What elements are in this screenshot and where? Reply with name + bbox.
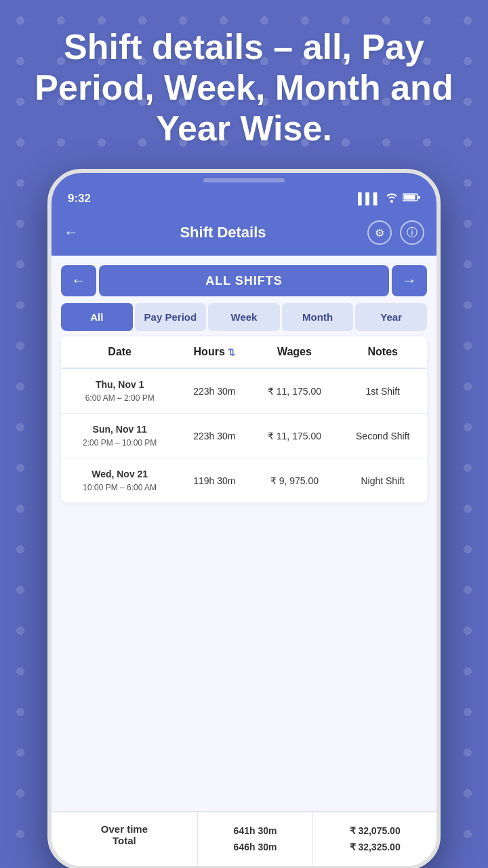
filter-tab-month[interactable]: Month	[282, 303, 354, 331]
shifts-table: Date Hours ⇅ Wages Notes Thu, Nov 1 6:00…	[61, 336, 427, 502]
nav-row: ← ALL SHIFTS →	[61, 265, 427, 296]
phone-content: ← ALL SHIFTS → All Pay Period Week Month…	[52, 256, 436, 866]
sort-icon: ⇅	[228, 347, 235, 357]
signal-icon: ▌▌▌	[358, 193, 381, 205]
cell-wages-2: ₹ 9, 975.00	[250, 458, 338, 503]
col-notes: Notes	[338, 336, 427, 368]
col-date: Date	[61, 336, 178, 368]
status-time: 9:32	[68, 192, 91, 205]
table-row: Wed, Nov 21 10:00 PM – 6:00 AM 119h 30m …	[61, 458, 427, 503]
cell-date-2: Wed, Nov 21 10:00 PM – 6:00 AM	[61, 458, 178, 503]
col-wages: Wages	[250, 336, 338, 368]
filter-tab-all[interactable]: All	[61, 303, 133, 331]
table-row: Thu, Nov 1 6:00 AM – 2:00 PM 223h 30m ₹ …	[61, 368, 427, 414]
battery-icon	[403, 193, 420, 205]
back-button[interactable]: ←	[64, 224, 79, 241]
nav-label: ALL SHIFTS	[99, 265, 389, 296]
top-bar: ← Shift Details ⚙ ⓘ	[52, 212, 436, 256]
total-label: Over time Total	[52, 812, 198, 867]
totals-bar: Over time Total 641h 30m 646h 30m ₹ 32,0…	[52, 811, 436, 867]
filter-tab-pay-period[interactable]: Pay Period	[135, 303, 207, 331]
settings-button[interactable]: ⚙	[367, 220, 392, 245]
notch-pill	[203, 178, 285, 182]
cell-date-0: Thu, Nov 1 6:00 AM – 2:00 PM	[61, 368, 178, 414]
cell-hours-1: 223h 30m	[178, 414, 250, 458]
wifi-icon	[385, 192, 399, 205]
cell-wages-0: ₹ 11, 175.00	[250, 368, 338, 414]
filter-tabs: All Pay Period Week Month Year	[61, 303, 427, 331]
svg-rect-2	[418, 196, 420, 199]
total-wages: ₹ 32,075.00 ₹ 32,325.00	[313, 812, 436, 867]
phone-frame: 9:32 ▌▌▌ ← Shift Details ⚙ ⓘ	[47, 169, 441, 868]
cell-hours-0: 223h 30m	[178, 368, 250, 414]
nav-next-button[interactable]: →	[392, 265, 427, 296]
info-button[interactable]: ⓘ	[400, 220, 424, 245]
cell-notes-0: 1st Shift	[338, 368, 427, 414]
nav-prev-button[interactable]: ←	[61, 265, 96, 296]
status-icons: ▌▌▌	[358, 192, 420, 205]
cell-wages-1: ₹ 11, 175.00	[250, 414, 338, 458]
page-title: Shift Details	[180, 224, 266, 241]
headline: Shift details – all, Pay Period, Week, M…	[0, 0, 488, 169]
phone-notch	[52, 173, 436, 185]
top-bar-icons: ⚙ ⓘ	[367, 220, 424, 245]
svg-rect-1	[404, 195, 415, 200]
filter-tab-year[interactable]: Year	[355, 303, 427, 331]
table-row: Sun, Nov 11 2:00 PM – 10:00 PM 223h 30m …	[61, 414, 427, 458]
filter-tab-week[interactable]: Week	[208, 303, 280, 331]
cell-date-1: Sun, Nov 11 2:00 PM – 10:00 PM	[61, 414, 178, 458]
total-hours: 641h 30m 646h 30m	[198, 812, 313, 867]
cell-notes-1: Second Shift	[338, 414, 427, 458]
cell-notes-2: Night Shift	[338, 458, 427, 503]
status-bar: 9:32 ▌▌▌	[52, 185, 436, 212]
col-hours[interactable]: Hours ⇅	[178, 336, 250, 368]
cell-hours-2: 119h 30m	[178, 458, 250, 503]
